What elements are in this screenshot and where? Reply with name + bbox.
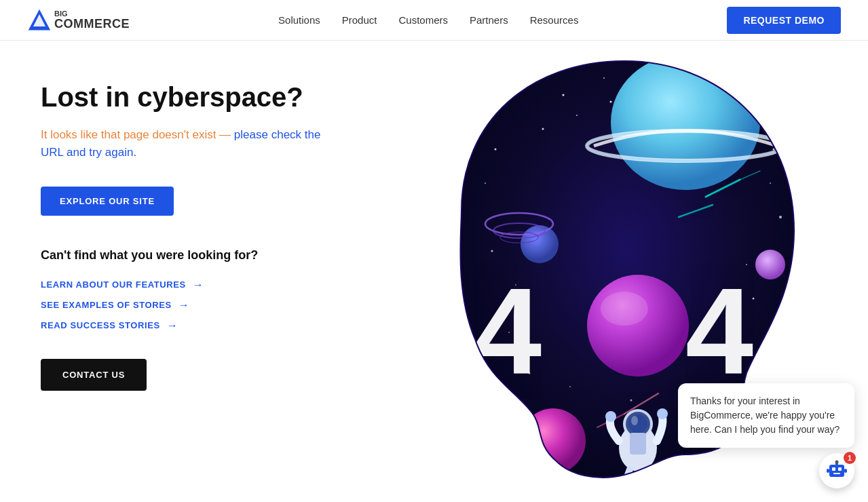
svg-point-17 <box>542 128 544 130</box>
subtitle: It looks like that page doesn't exist — … <box>41 126 333 162</box>
svg-point-2 <box>501 101 503 103</box>
svg-point-9 <box>759 115 761 116</box>
nav-customers[interactable]: Customers <box>398 14 448 26</box>
svg-point-14 <box>485 182 486 184</box>
svg-point-13 <box>494 149 496 151</box>
logo-commerce-text: COMMERCE <box>54 18 130 30</box>
svg-point-57 <box>654 485 671 495</box>
svg-rect-66 <box>844 469 847 473</box>
cant-find-text: Can't find what you were looking for? <box>41 248 353 263</box>
svg-point-54 <box>605 411 616 422</box>
learn-features-link[interactable]: LEARN ABOUT OUR FEATURES → <box>41 279 353 291</box>
see-stores-label: SEE EXAMPLES OF STORES <box>41 300 172 310</box>
arrow-right-icon-1: → <box>193 279 204 291</box>
svg-point-38 <box>601 292 648 326</box>
svg-rect-62 <box>833 473 840 474</box>
robot-icon <box>825 459 848 482</box>
nav-partners[interactable]: Partners <box>470 14 508 26</box>
request-demo-button[interactable]: REQUEST DEMO <box>727 7 841 34</box>
feature-links: LEARN ABOUT OUR FEATURES → SEE EXAMPLES … <box>41 279 353 332</box>
svg-point-37 <box>587 275 689 376</box>
chat-badge: 1 <box>844 452 856 464</box>
chat-bubble-text: Thanks for your interest in BigCommerce,… <box>690 395 839 435</box>
nav-links: Solutions Product Customers Partners Res… <box>278 14 578 26</box>
nav-product[interactable]: Product <box>342 14 377 26</box>
nav-solutions[interactable]: Solutions <box>278 14 320 26</box>
svg-rect-58 <box>630 433 646 455</box>
svg-rect-61 <box>838 467 842 471</box>
page-heading: Lost in cyberspace? <box>41 81 353 113</box>
svg-point-27 <box>630 400 632 402</box>
chat-widget: Thanks for your interest in BigCommerce,… <box>678 383 854 488</box>
success-stories-label: READ SUCCESS STORIES <box>41 320 160 330</box>
svg-rect-60 <box>832 467 835 471</box>
svg-point-64 <box>835 461 839 464</box>
svg-text:4: 4 <box>685 263 753 399</box>
svg-point-4 <box>562 94 564 96</box>
navbar: BIG COMMERCE Solutions Product Customers… <box>0 0 868 41</box>
svg-point-30 <box>611 54 760 190</box>
see-stores-link[interactable]: SEE EXAMPLES OF STORES → <box>41 299 353 311</box>
learn-features-label: LEARN ABOUT OUR FEATURES <box>41 279 186 290</box>
svg-point-55 <box>657 408 668 419</box>
svg-point-26 <box>569 386 571 387</box>
left-content: Lost in cyberspace? It looks like that p… <box>0 41 380 418</box>
svg-point-12 <box>779 216 782 218</box>
svg-point-52 <box>628 414 647 433</box>
svg-point-11 <box>770 182 771 184</box>
svg-point-56 <box>608 489 624 495</box>
explore-site-button[interactable]: EXPLORE OUR SITE <box>41 187 174 216</box>
nav-resources[interactable]: Resources <box>530 14 579 26</box>
logo-icon <box>27 8 52 33</box>
success-stories-link[interactable]: READ SUCCESS STORIES → <box>41 320 353 332</box>
contact-us-button[interactable]: CONTACT US <box>41 359 147 391</box>
svg-point-5 <box>603 77 605 79</box>
arrow-right-icon-2: → <box>178 299 190 311</box>
svg-point-15 <box>491 250 493 252</box>
svg-text:4: 4 <box>474 263 542 399</box>
svg-point-19 <box>609 101 611 103</box>
svg-rect-65 <box>827 469 829 473</box>
svg-point-18 <box>576 115 578 116</box>
chat-button[interactable]: 1 <box>819 453 854 488</box>
svg-point-53 <box>631 416 638 425</box>
arrow-right-icon-3: → <box>167 320 178 332</box>
svg-point-40 <box>521 408 586 474</box>
subtitle-orange: It looks like that page doesn't exist — <box>41 128 231 141</box>
svg-rect-59 <box>829 465 844 477</box>
logo[interactable]: BIG COMMERCE <box>27 8 130 33</box>
svg-point-33 <box>521 225 559 263</box>
chat-bubble: Thanks for your interest in BigCommerce,… <box>678 383 854 448</box>
svg-point-41 <box>755 250 785 279</box>
